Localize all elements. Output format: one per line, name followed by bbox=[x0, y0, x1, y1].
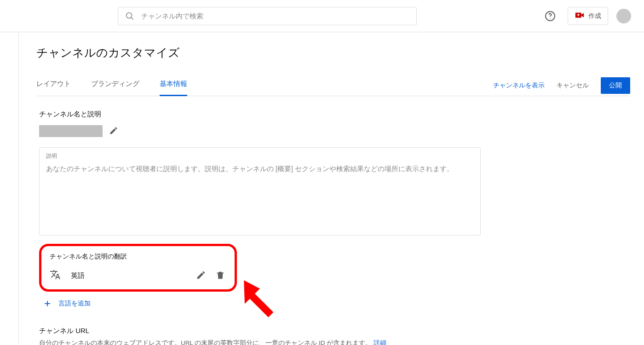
annotation-arrow bbox=[240, 276, 290, 328]
channel-name-redacted bbox=[39, 125, 103, 137]
translation-section: チャンネル名と説明の翻訳 英語 bbox=[39, 244, 237, 308]
search-input[interactable] bbox=[141, 12, 410, 20]
translate-icon bbox=[50, 269, 61, 282]
translation-language-label: 英語 bbox=[71, 271, 188, 280]
url-section: チャンネル URL 自分のチャンネルの本来のウェブアドレスです。URL の末尾の… bbox=[39, 327, 630, 345]
top-bar: 作成 bbox=[0, 0, 644, 32]
create-button[interactable]: 作成 bbox=[568, 7, 608, 25]
pencil-icon bbox=[196, 270, 206, 280]
view-channel-link[interactable]: チャンネルを表示 bbox=[493, 81, 545, 90]
svg-point-0 bbox=[126, 12, 132, 18]
search-icon bbox=[125, 11, 135, 21]
tab-branding[interactable]: ブランディング bbox=[91, 75, 139, 96]
publish-button[interactable]: 公開 bbox=[601, 77, 630, 94]
trash-icon bbox=[215, 270, 225, 280]
edit-translation-button[interactable] bbox=[196, 270, 207, 281]
svg-rect-6 bbox=[578, 14, 579, 17]
tab-basic-info[interactable]: 基本情報 bbox=[160, 75, 187, 96]
create-icon bbox=[575, 10, 585, 22]
url-section-label: チャンネル URL bbox=[39, 327, 630, 335]
translation-row: 英語 bbox=[50, 269, 226, 282]
create-label: 作成 bbox=[588, 12, 601, 20]
add-language-label: 言語を追加 bbox=[58, 299, 91, 308]
page-title: チャンネルのカスタマイズ bbox=[36, 45, 630, 60]
description-field-label: 説明 bbox=[46, 152, 474, 160]
url-more-link[interactable]: 詳細 bbox=[374, 339, 386, 345]
description-placeholder: あなたのチャンネルについて視聴者に説明します。説明は、チャンネルの [概要] セ… bbox=[46, 163, 474, 175]
help-button[interactable] bbox=[541, 7, 559, 25]
svg-line-1 bbox=[131, 17, 133, 19]
translation-section-label: チャンネル名と説明の翻訳 bbox=[50, 253, 226, 261]
description-field[interactable]: 説明 あなたのチャンネルについて視聴者に説明します。説明は、チャンネルの [概要… bbox=[39, 147, 481, 236]
tab-layout[interactable]: レイアウト bbox=[36, 75, 71, 96]
tabs-row: レイアウト ブランディング 基本情報 チャンネルを表示 キャンセル 公開 bbox=[36, 75, 630, 96]
add-language-button[interactable]: 言語を追加 bbox=[43, 299, 237, 308]
name-section: チャンネル名と説明 説明 あなたのチャンネルについて視聴者に説明します。説明は、… bbox=[36, 96, 630, 345]
pencil-icon bbox=[109, 126, 118, 135]
plus-icon bbox=[43, 299, 52, 308]
svg-point-3 bbox=[550, 18, 551, 19]
cancel-button[interactable]: キャンセル bbox=[557, 81, 589, 90]
url-section-description: 自分のチャンネルの本来のウェブアドレスです。URL の末尾の英数字部分に、一意の… bbox=[39, 339, 630, 345]
name-section-label: チャンネル名と説明 bbox=[39, 110, 630, 119]
delete-translation-button[interactable] bbox=[215, 270, 226, 281]
main-panel: チャンネルのカスタマイズ レイアウト ブランディング 基本情報 チャンネルを表示… bbox=[18, 32, 644, 345]
help-icon bbox=[545, 11, 556, 22]
svg-marker-9 bbox=[244, 280, 273, 317]
annotation-highlight-box: チャンネル名と説明の翻訳 英語 bbox=[39, 244, 237, 292]
search-box[interactable] bbox=[118, 7, 417, 25]
top-right-actions: 作成 bbox=[541, 7, 631, 25]
edit-name-button[interactable] bbox=[109, 126, 119, 136]
avatar[interactable] bbox=[616, 9, 631, 23]
